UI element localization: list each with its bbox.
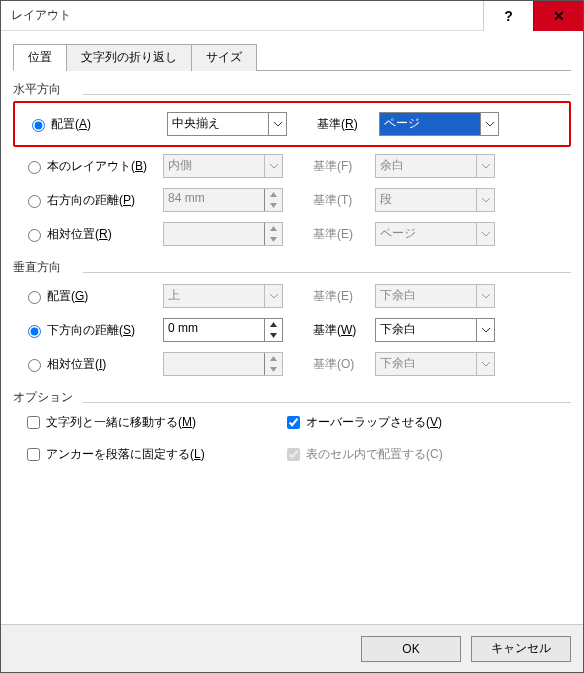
group-vertical-title: 垂直方向 bbox=[13, 259, 571, 276]
close-button[interactable] bbox=[533, 1, 583, 31]
divider bbox=[83, 272, 571, 273]
spinner-h-absolute: 84 mm bbox=[163, 188, 283, 212]
chevron-down-icon bbox=[476, 353, 494, 375]
spinner-v-relative bbox=[163, 352, 283, 376]
tab-size[interactable]: サイズ bbox=[191, 44, 257, 71]
spinner-arrows bbox=[264, 223, 282, 245]
combo-v-alignment-ref: 下余白 bbox=[375, 284, 495, 308]
chevron-down-icon bbox=[476, 223, 494, 245]
combo-h-alignment-ref[interactable]: ページ bbox=[379, 112, 499, 136]
check-layout-in-cell-label: 表のセル内で配置する(C) bbox=[306, 446, 443, 463]
divider bbox=[83, 402, 571, 403]
radio-h-relative[interactable] bbox=[28, 229, 41, 242]
radio-h-book[interactable] bbox=[28, 161, 41, 174]
check-lock-anchor-label: アンカーを段落に固定する(L) bbox=[46, 446, 205, 463]
group-horizontal-title: 水平方向 bbox=[13, 81, 571, 98]
window-title: レイアウト bbox=[1, 7, 483, 24]
h-relative-ref-label: 基準(E) bbox=[303, 226, 375, 243]
highlighted-row: 配置(A) 中央揃え 基準(R) ページ bbox=[13, 101, 571, 147]
combo-h-relative-ref: ページ bbox=[375, 222, 495, 246]
radio-v-relative[interactable] bbox=[28, 359, 41, 372]
chevron-down-icon bbox=[476, 189, 494, 211]
radio-v-absolute[interactable] bbox=[28, 325, 41, 338]
radio-h-alignment[interactable] bbox=[32, 119, 45, 132]
chevron-down-icon bbox=[480, 113, 498, 135]
chevron-down-icon bbox=[476, 285, 494, 307]
h-book-ref-label: 基準(F) bbox=[303, 158, 375, 175]
v-relative-ref-label: 基準(O) bbox=[303, 356, 375, 373]
chevron-down-icon bbox=[264, 155, 282, 177]
radio-h-absolute[interactable] bbox=[28, 195, 41, 208]
tab-text-wrapping[interactable]: 文字列の折り返し bbox=[66, 44, 192, 71]
chevron-down-icon bbox=[268, 113, 286, 135]
radio-v-alignment[interactable] bbox=[28, 291, 41, 304]
layout-dialog: レイアウト 位置 文字列の折り返し サイズ 水平方向 配置(A) 中央揃え bbox=[0, 0, 584, 673]
group-options-title: オプション bbox=[13, 389, 571, 406]
combo-h-alignment[interactable]: 中央揃え bbox=[167, 112, 287, 136]
divider bbox=[83, 94, 571, 95]
radio-h-alignment-label: 配置(A) bbox=[51, 116, 91, 133]
spinner-arrows bbox=[264, 189, 282, 211]
combo-v-absolute-ref[interactable]: 下余白 bbox=[375, 318, 495, 342]
spinner-arrows[interactable] bbox=[264, 319, 282, 341]
h-alignment-ref-label: 基準(R) bbox=[317, 116, 358, 133]
check-lock-anchor[interactable] bbox=[27, 448, 40, 461]
radio-h-absolute-label: 右方向の距離(P) bbox=[47, 192, 135, 209]
combo-h-absolute-ref: 段 bbox=[375, 188, 495, 212]
tab-strip: 位置 文字列の折り返し サイズ bbox=[13, 43, 571, 71]
footer: OK キャンセル bbox=[1, 624, 583, 672]
spinner-arrows bbox=[264, 353, 282, 375]
chevron-down-icon bbox=[476, 155, 494, 177]
h-absolute-ref-label: 基準(T) bbox=[303, 192, 375, 209]
check-overlap[interactable] bbox=[287, 416, 300, 429]
combo-h-book-ref: 余白 bbox=[375, 154, 495, 178]
chevron-down-icon bbox=[264, 285, 282, 307]
combo-v-alignment: 上 bbox=[163, 284, 283, 308]
combo-h-book: 内側 bbox=[163, 154, 283, 178]
radio-v-relative-label: 相対位置(I) bbox=[47, 356, 106, 373]
radio-v-alignment-label: 配置(G) bbox=[47, 288, 88, 305]
radio-h-relative-label: 相対位置(R) bbox=[47, 226, 112, 243]
titlebar: レイアウト bbox=[1, 1, 583, 31]
radio-v-absolute-label: 下方向の距離(S) bbox=[47, 322, 135, 339]
check-layout-in-cell bbox=[287, 448, 300, 461]
radio-h-book-label: 本のレイアウト(B) bbox=[47, 158, 147, 175]
combo-v-relative-ref: 下余白 bbox=[375, 352, 495, 376]
v-alignment-ref-label: 基準(E) bbox=[303, 288, 375, 305]
tab-position[interactable]: 位置 bbox=[13, 44, 67, 71]
spinner-v-absolute[interactable]: 0 mm bbox=[163, 318, 283, 342]
v-absolute-ref-label: 基準(W) bbox=[313, 322, 356, 339]
ok-button[interactable]: OK bbox=[361, 636, 461, 662]
help-button[interactable] bbox=[483, 1, 533, 31]
chevron-down-icon bbox=[476, 319, 494, 341]
check-overlap-label: オーバーラップさせる(V) bbox=[306, 414, 442, 431]
spinner-h-relative bbox=[163, 222, 283, 246]
cancel-button[interactable]: キャンセル bbox=[471, 636, 571, 662]
check-move-with-text[interactable] bbox=[27, 416, 40, 429]
check-move-with-text-label: 文字列と一緒に移動する(M) bbox=[46, 414, 196, 431]
